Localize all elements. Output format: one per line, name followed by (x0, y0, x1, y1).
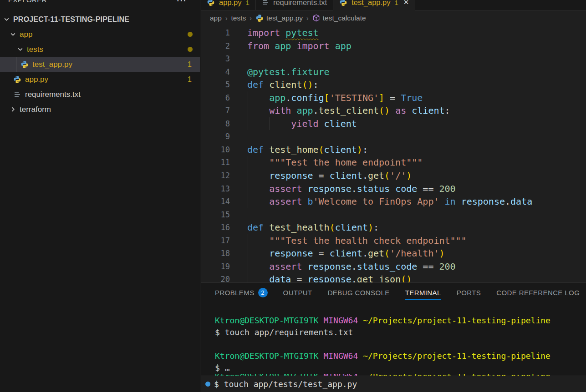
python-icon (207, 0, 215, 6)
panel-tab-label: DEBUG CONSOLE (328, 289, 390, 297)
tab-test_app-py[interactable]: test_app.py1✕ (333, 0, 415, 10)
prompt-path: ~/Projects/project-11-testing-pipeline (363, 316, 550, 325)
token: : (373, 222, 379, 233)
line-number: 10 (201, 143, 230, 156)
chevron-right-icon[interactable] (9, 106, 16, 113)
explorer-item-folder-tests[interactable]: tests (0, 42, 200, 57)
token: () (302, 79, 313, 90)
python-icon (339, 0, 347, 6)
breadcrumb-item-tests[interactable]: tests (231, 14, 246, 22)
explorer-item-file-requirements-txt[interactable]: requirements.txt (0, 87, 200, 102)
indent-guide (270, 117, 270, 131)
item-label: test_app.py (32, 60, 72, 69)
breadcrumb-label: app (210, 14, 222, 22)
panel-tab-ports[interactable]: PORTS (457, 286, 481, 300)
prompt-user: Ktron@DESKTOP-MTGI9TK (215, 351, 319, 361)
terminal-command-row[interactable]: $ touch app/tests/test_app.py (201, 376, 586, 392)
tab-problems-badge: 1 (395, 0, 398, 6)
token: ) (439, 248, 444, 259)
tab-requirements-txt[interactable]: requirements.txt (256, 0, 333, 10)
token: client (330, 170, 362, 181)
token (247, 118, 291, 129)
tab-app-py[interactable]: app.py1 (201, 0, 256, 10)
token: 200 (439, 183, 455, 194)
panel-tab-code-reference-log[interactable]: CODE REFERENCE LOG (496, 286, 580, 300)
token: pytest (285, 27, 318, 38)
token (247, 170, 269, 181)
token: get (368, 248, 384, 259)
code-text: def test_health(client): (247, 221, 379, 234)
code-line-10: 10def test_home(client): (201, 143, 586, 156)
token: assert (269, 183, 307, 194)
token (247, 92, 269, 103)
token: = (313, 248, 330, 259)
indent-guide (248, 195, 248, 208)
terminal-view[interactable]: Ktron@DESKTOP-MTGI9TK MINGW64 ~/Projects… (201, 304, 586, 376)
panel-tab-terminal[interactable]: TERMINAL (405, 286, 441, 300)
token (247, 261, 269, 272)
code-line-14: 14 assert b'Welcome to FinOps App' in re… (201, 195, 586, 208)
breadcrumb-separator-icon: › (250, 15, 252, 22)
line-number: 8 (201, 117, 230, 131)
token: client (335, 222, 368, 233)
tab-label: test_app.py (352, 0, 390, 7)
line-number: 7 (201, 104, 230, 117)
explorer-item-project-root[interactable]: PROJECT-11-TESTING-PIPELINE (0, 12, 200, 27)
token: . (352, 183, 357, 194)
line-number: 17 (201, 234, 230, 247)
more-actions-icon[interactable]: ⋯ (176, 0, 187, 6)
modified-dot-badge (188, 32, 193, 37)
command-decoration-icon[interactable] (205, 382, 210, 387)
panel-tab-output[interactable]: OUTPUT (283, 286, 312, 300)
chevron-down-icon[interactable] (3, 16, 10, 23)
code-line-7: 7 with app.test_client() as client: (201, 104, 586, 117)
explorer-item-file-test_app-py[interactable]: test_app.py1 (0, 57, 200, 72)
code-editor[interactable]: 1import pytest2from app import app34@pyt… (201, 25, 586, 282)
item-label: PROJECT-11-TESTING-PIPELINE (13, 15, 129, 24)
token: def (247, 79, 269, 90)
code-text: yield client (247, 117, 357, 131)
token: import (247, 27, 285, 38)
code-text: """Test the home endpoint""" (247, 156, 423, 169)
token: ( (330, 222, 335, 233)
token: response (461, 196, 505, 207)
code-text: def test_home(client): (247, 143, 368, 156)
code-text: assert b'Welcome to FinOps App' in respo… (247, 195, 532, 208)
code-text: response = client.get('/') (247, 169, 412, 182)
item-label: terraform (20, 105, 51, 114)
item-label: tests (27, 45, 43, 54)
line-number: 13 (201, 182, 230, 196)
chevron-down-icon[interactable] (16, 46, 24, 53)
token: 'TESTING' (330, 92, 379, 103)
chevron-down-icon[interactable] (9, 31, 16, 38)
token: . (352, 261, 357, 272)
code-text: with app.test_client() as client: (247, 104, 450, 117)
token: . (362, 170, 368, 181)
token: : (313, 79, 319, 90)
explorer-item-folder-app[interactable]: app (0, 27, 200, 42)
item-label: app (20, 30, 32, 39)
token: response (269, 170, 313, 181)
token: client (324, 144, 357, 155)
breadcrumb-item-app[interactable]: app (210, 14, 222, 22)
close-icon[interactable]: ✕ (403, 0, 409, 6)
editor-group: app.py1requirements.txttest_app.py1✕ app… (201, 0, 586, 392)
problems-count-badge: 1 (188, 60, 192, 69)
prompt-env: MINGW64 (319, 351, 363, 361)
explorer-item-folder-terraform[interactable]: terraform (0, 102, 200, 117)
panel-tab-problems[interactable]: PROBLEMS2 (215, 286, 268, 301)
line-number: 5 (201, 78, 230, 91)
explorer-item-file-app-py[interactable]: app.py1 (0, 72, 200, 87)
code-text: data = response.get_json() (247, 273, 412, 282)
terminal-prompt-line: Ktron@DESKTOP-MTGI9TK MINGW64 ~/Projects… (215, 315, 586, 327)
token: . (352, 274, 357, 282)
token: test_health (269, 222, 329, 233)
token: ) (406, 170, 412, 181)
breadcrumb-item-test_app-py[interactable]: test_app.py (255, 14, 303, 22)
panel-tab-label: TERMINAL (405, 289, 441, 297)
token: assert (269, 196, 307, 207)
code-line-19: 19 assert response.status_code == 200 (201, 260, 586, 273)
panel-tab-debug-console[interactable]: DEBUG CONSOLE (328, 286, 390, 300)
breadcrumb-item-test_calculate[interactable]: test_calculate (312, 14, 366, 22)
token: client (330, 248, 362, 259)
